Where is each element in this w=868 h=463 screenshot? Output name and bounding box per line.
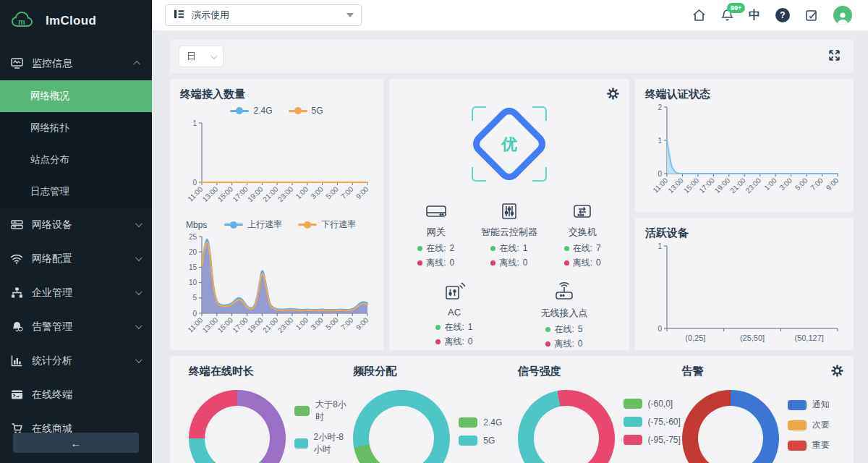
svg-text:15: 15 bbox=[189, 263, 197, 271]
active-devices-card: 活跃设备 01(0,25](25,50](50,127] bbox=[635, 218, 854, 350]
wireless-ap-icon bbox=[552, 280, 576, 302]
notification-badge: 99+ bbox=[727, 3, 745, 13]
user-avatar[interactable] bbox=[833, 6, 852, 25]
sidebar-item-enterprise-mgmt[interactable]: 企业管理 bbox=[0, 276, 152, 310]
sidebar-subitem-network-overview[interactable]: 网络概况 bbox=[0, 80, 152, 112]
online-dot bbox=[564, 246, 569, 251]
sidebar-item-label: 统计分析 bbox=[32, 354, 135, 368]
svg-text:13:00: 13:00 bbox=[666, 176, 685, 195]
legend-marker bbox=[289, 107, 307, 114]
home-icon[interactable] bbox=[692, 9, 706, 22]
donut-legend: 通知 次要 重要 bbox=[788, 399, 830, 463]
site-select[interactable]: 演示使用 bbox=[165, 4, 362, 26]
dashboard-toolbar: 日 bbox=[170, 40, 854, 73]
legend-item[interactable]: 上行速率 bbox=[224, 218, 282, 231]
terminal-access-chart: 0111:0013:0015:0017:0019:0021:0023:001:0… bbox=[180, 117, 373, 216]
sidebar-submenu: 网络概况 网络拓扑 站点分布 日志管理 bbox=[0, 80, 152, 208]
svg-text:0: 0 bbox=[658, 170, 662, 178]
svg-text:1:00: 1:00 bbox=[294, 184, 310, 200]
donuts-card: 终端在线时长 大于8小时 2小时-8小时 30分钟-2小时 频段分配 bbox=[170, 356, 854, 463]
sidebar-item-alarm-mgmt[interactable]: 告警管理 bbox=[0, 310, 152, 344]
card-title: 频段分配 bbox=[353, 365, 511, 378]
svg-text:3:00: 3:00 bbox=[309, 184, 325, 200]
topbar: 演示使用 99+ 中 ? bbox=[152, 0, 868, 31]
online-duration-donut bbox=[189, 390, 286, 463]
legend-marker bbox=[224, 221, 243, 229]
cloud-controller-icon bbox=[500, 199, 519, 221]
health-grade-indicator: 优 bbox=[464, 99, 554, 189]
svg-text:5:00: 5:00 bbox=[324, 315, 340, 331]
sidebar-item-statistics[interactable]: 统计分析 bbox=[0, 344, 152, 378]
chevron-down-icon bbox=[135, 254, 142, 261]
arrow-left-icon: ← bbox=[71, 437, 82, 449]
svg-text:15:00: 15:00 bbox=[216, 184, 235, 203]
sidebar-subitem-log-management[interactable]: 日志管理 bbox=[0, 176, 152, 208]
period-select[interactable]: 日 bbox=[179, 46, 224, 67]
svg-text:5:00: 5:00 bbox=[324, 184, 340, 200]
cards-row: 终端接入数量 2.4G 5G 0111:0013:0015:0017:0019:… bbox=[170, 79, 854, 350]
edit-form-icon[interactable] bbox=[805, 9, 818, 22]
sidebar-subitem-site-distribution[interactable]: 站点分布 bbox=[0, 144, 152, 176]
notifications-bell-icon[interactable]: 99+ bbox=[721, 9, 733, 22]
svg-text:20: 20 bbox=[189, 248, 197, 256]
sidebar-subitem-network-topology[interactable]: 网络拓扑 bbox=[0, 112, 152, 144]
terminal-access-card: 终端接入数量 2.4G 5G 0111:0013:0015:0017:0019:… bbox=[170, 79, 383, 350]
legend-item[interactable]: 下行速率 bbox=[298, 218, 356, 231]
terminal-auth-card: 终端认证状态 01211:0013:0015:0017:0019:0021:00… bbox=[635, 79, 854, 212]
device-status-gateway: 网关 在线:2 离线:0 bbox=[399, 199, 472, 270]
sidebar-item-online-terminals[interactable]: 在线终端 bbox=[0, 378, 152, 412]
svg-text:(50,127]: (50,127] bbox=[794, 334, 823, 342]
svg-text:17:00: 17:00 bbox=[231, 315, 250, 334]
band-allocation-donut bbox=[353, 390, 450, 463]
legend-item[interactable]: 5G bbox=[289, 106, 323, 116]
alarm-donut bbox=[682, 390, 779, 463]
device-status-ac: AC 在线:1 离线:0 bbox=[399, 280, 509, 351]
org-icon bbox=[10, 286, 23, 300]
svg-text:3:00: 3:00 bbox=[778, 176, 794, 192]
language-toggle[interactable]: 中 bbox=[749, 8, 760, 23]
switch-icon bbox=[571, 199, 593, 221]
svg-text:9:00: 9:00 bbox=[354, 184, 370, 200]
svg-text:13:00: 13:00 bbox=[201, 315, 220, 334]
svg-text:5: 5 bbox=[192, 294, 197, 302]
svg-text:15:00: 15:00 bbox=[216, 315, 235, 334]
sidebar-item-network-devices[interactable]: 网络设备 bbox=[0, 208, 152, 242]
svg-text:1:00: 1:00 bbox=[762, 176, 778, 192]
bracket-corner bbox=[472, 167, 486, 182]
sidebar-item-label: 在线终端 bbox=[32, 388, 140, 402]
donut-legend: 大于8小时 2小时-8小时 30分钟-2小时 bbox=[294, 399, 347, 463]
svg-text:1: 1 bbox=[658, 242, 662, 250]
legend-marker bbox=[298, 221, 317, 229]
svg-text:11:00: 11:00 bbox=[186, 315, 204, 334]
fullscreen-expand-icon[interactable] bbox=[828, 49, 841, 64]
access-chart-legend: 2.4G 5G bbox=[180, 106, 373, 116]
help-icon[interactable]: ? bbox=[775, 8, 790, 22]
svg-text:17:00: 17:00 bbox=[697, 176, 716, 195]
svg-text:23:00: 23:00 bbox=[276, 315, 295, 334]
offline-dot bbox=[545, 341, 550, 347]
sidebar-item-network-config[interactable]: 网络配置 bbox=[0, 242, 152, 276]
sidebar-item-monitor-info[interactable]: 监控信息 bbox=[0, 46, 152, 80]
site-list-icon bbox=[173, 8, 185, 23]
svg-text:m: m bbox=[18, 17, 25, 26]
app-logo: m ImCloud bbox=[0, 0, 152, 46]
offline-dot bbox=[564, 260, 569, 266]
svg-text:11:00: 11:00 bbox=[186, 184, 204, 203]
svg-text:23:00: 23:00 bbox=[744, 176, 763, 195]
logo-text: ImCloud bbox=[46, 14, 96, 28]
legend-item[interactable]: 2.4G bbox=[230, 106, 272, 116]
monitor-icon bbox=[10, 57, 23, 70]
sidebar-menu: 监控信息 网络概况 网络拓扑 站点分布 日志管理 网络设备 网络配置 bbox=[0, 46, 152, 463]
svg-text:7:00: 7:00 bbox=[339, 184, 355, 200]
dashboard-content: 日 终端接入数量 bbox=[152, 31, 868, 463]
svg-text:(25,50]: (25,50] bbox=[740, 334, 765, 342]
gear-icon[interactable] bbox=[831, 365, 843, 380]
sidebar: m ImCloud 监控信息 网络概况 网络拓扑 站点分布 日志管理 bbox=[0, 0, 152, 463]
gear-icon[interactable] bbox=[607, 88, 619, 103]
right-column: 终端认证状态 01211:0013:0015:0017:0019:0021:00… bbox=[635, 79, 854, 350]
svg-text:1:00: 1:00 bbox=[294, 315, 310, 331]
svg-text:10: 10 bbox=[189, 279, 197, 286]
sidebar-collapse-button[interactable]: ← bbox=[13, 433, 139, 453]
chevron-down-icon bbox=[135, 356, 142, 363]
chevron-down-icon bbox=[135, 220, 142, 227]
